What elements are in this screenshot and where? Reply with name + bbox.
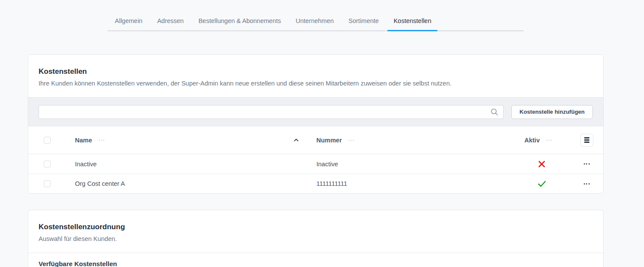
card-description: Auswahl für diesen Kunden. <box>39 235 593 253</box>
tab-adressen[interactable]: Adressen <box>151 17 190 31</box>
table-header-row: Name ⋯ Nummer ⋯ Aktiv ⋯ <box>28 126 603 154</box>
select-all-checkbox[interactable] <box>44 137 51 144</box>
aktiv-column-menu-icon[interactable]: ⋯ <box>546 137 553 143</box>
table-toolbar: Kostenstelle hinzufügen <box>28 97 603 126</box>
tab-bar: Allgemein Adressen Bestellungen & Abonne… <box>107 0 524 31</box>
verfuegbare-kostenstellen-label: Verfügbare Kostenstellen <box>39 260 593 267</box>
inactive-x-icon <box>538 160 546 168</box>
table-settings-button[interactable] <box>580 134 593 147</box>
column-header-nummer[interactable]: Nummer <box>316 137 342 144</box>
search-wrap <box>39 105 504 119</box>
column-header-aktiv[interactable]: Aktiv <box>524 137 540 144</box>
header-actions-cell <box>570 134 603 147</box>
menu-icon <box>584 137 589 138</box>
column-header-name[interactable]: Name <box>75 137 92 144</box>
card-title: Kostenstellen <box>39 67 593 76</box>
tab-sortimente[interactable]: Sortimente <box>342 17 385 31</box>
sort-ascending-icon[interactable] <box>294 138 299 142</box>
table-row: Org Cost center A 1111111111 <box>28 174 603 193</box>
add-kostenstelle-button[interactable]: Kostenstelle hinzufügen <box>511 105 593 119</box>
row-nummer: Inactive <box>316 161 338 168</box>
header-aktiv-cell: Aktiv ⋯ <box>514 137 570 144</box>
search-icon <box>491 108 498 116</box>
row-actions-menu-icon[interactable] <box>584 163 590 165</box>
header-name-cell: Name ⋯ <box>70 137 306 144</box>
active-check-icon <box>538 181 546 187</box>
tab-allgemein[interactable]: Allgemein <box>109 17 149 31</box>
tab-kostenstellen[interactable]: Kostenstellen <box>387 17 437 31</box>
card-description: Ihre Kunden können Kostenstellen verwend… <box>39 80 593 97</box>
kostenstellen-card: Kostenstellen Ihre Kunden können Kostens… <box>28 54 604 194</box>
nummer-column-menu-icon[interactable]: ⋯ <box>348 137 355 143</box>
zuordnung-card-header: Kostenstellenzuordnung Auswahl für diese… <box>28 210 603 253</box>
row-checkbox[interactable] <box>44 180 51 187</box>
row-checkbox[interactable] <box>44 161 51 168</box>
row-nummer: 1111111111 <box>316 180 347 187</box>
table-row: Inactive Inactive <box>28 154 603 174</box>
tab-bestellungen-abonnements[interactable]: Bestellungen & Abonnements <box>192 17 287 31</box>
name-column-menu-icon[interactable]: ⋯ <box>98 137 105 143</box>
card-title: Kostenstellenzuordnung <box>39 223 593 231</box>
kostenstellen-card-header: Kostenstellen Ihre Kunden können Kostens… <box>28 55 603 97</box>
search-input[interactable] <box>39 105 504 119</box>
kostenstellenzuordnung-card: Kostenstellenzuordnung Auswahl für diese… <box>28 210 604 267</box>
row-name: Inactive <box>75 161 97 168</box>
header-checkbox-cell <box>28 137 70 144</box>
row-actions-menu-icon[interactable] <box>584 183 590 185</box>
header-nummer-cell: Nummer ⋯ <box>306 137 514 144</box>
row-name: Org Cost center A <box>75 180 125 187</box>
tab-unternehmen[interactable]: Unternehmen <box>289 17 340 31</box>
